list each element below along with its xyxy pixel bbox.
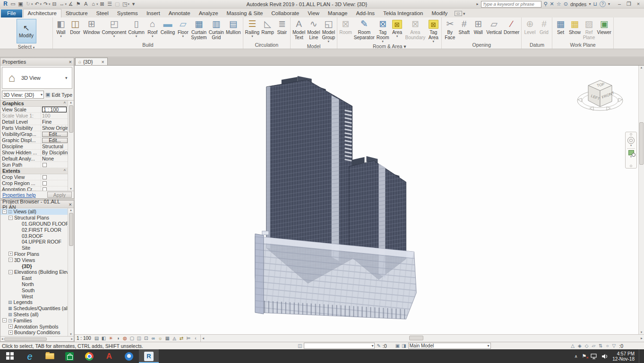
viewer-button[interactable]: ▣Viewer xyxy=(596,18,612,42)
door-button[interactable]: ◫Door xyxy=(68,18,82,42)
customize-qat-icon[interactable]: ▾ xyxy=(130,0,137,8)
model-text-button[interactable]: AModelText xyxy=(292,18,306,43)
ribbon-tab-add-ins[interactable]: Add-Ins xyxy=(352,9,379,17)
railing-button[interactable]: ☰Railing▾ xyxy=(244,18,261,42)
tree-item-01-ground-floor[interactable]: 01.GROUND FLOOR xyxy=(0,221,68,227)
search-icon[interactable]: ⚲ xyxy=(544,1,548,7)
ribbon-tab-structure[interactable]: Structure xyxy=(61,9,92,17)
show-button[interactable]: ▦Show xyxy=(567,18,582,42)
tag-room-button[interactable]: ⊠TagRoom▾ xyxy=(376,18,390,43)
user-menu-arrow[interactable]: ▾ xyxy=(589,2,591,6)
panel-label-opening[interactable]: Opening xyxy=(442,42,521,49)
canvas-horizontal-scrollbar[interactable]: ◂▸ xyxy=(201,335,644,342)
action-center-flag-icon[interactable]: ⚑× xyxy=(582,353,586,359)
wall-dropdown-arrow[interactable]: ▾ xyxy=(60,35,62,38)
crop-view-checkbox[interactable] xyxy=(43,175,47,179)
by-face-button[interactable]: ✂ByFace xyxy=(443,18,457,42)
window-button[interactable]: ⊞Window xyxy=(82,18,101,42)
property-value[interactable]: Structural xyxy=(41,144,68,149)
property-value[interactable] xyxy=(41,181,68,186)
select-underlay-icon[interactable]: ◈ xyxy=(578,343,582,348)
active-workset-combo[interactable]: ▾ xyxy=(304,343,375,349)
tree-item-east[interactable]: East xyxy=(0,275,68,281)
open-icon[interactable]: ▭ xyxy=(9,0,17,8)
editable-only-icon[interactable]: ✎ xyxy=(377,343,380,348)
floor-button[interactable]: ▱Floor▾ xyxy=(176,18,190,42)
browser-hscrollbar[interactable]: ◂▸ xyxy=(0,336,74,341)
selection-filter-icon[interactable]: ▽ xyxy=(612,343,616,348)
floor-dropdown-arrow[interactable]: ▾ xyxy=(182,35,184,38)
tree-item-04-upper-roof[interactable]: 04.UPPER ROOF xyxy=(0,239,68,245)
reveal-constraints-icon[interactable]: ⊨ xyxy=(186,336,191,341)
tree-item-south[interactable]: South xyxy=(0,287,68,293)
panel-label-build[interactable]: Build xyxy=(53,42,243,49)
vertical-button[interactable]: ▱Vertical xyxy=(485,18,503,42)
property-value[interactable]: 1 : 100 xyxy=(41,107,68,112)
default-3d-view-arrow[interactable]: ▾ xyxy=(96,2,98,6)
browser-scrollbar[interactable]: ▴ ▾ xyxy=(68,208,74,336)
properties-help-link[interactable]: Properties help xyxy=(2,192,36,198)
ribbon-display-toggle[interactable]: ▭▾ xyxy=(455,11,465,17)
tree-expander[interactable]: − xyxy=(9,216,13,220)
drawing-area[interactable]: TOP LEFT FRONT ▾ ▾ xyxy=(75,66,638,334)
print-icon[interactable]: ⊟ xyxy=(51,0,58,8)
instance-selector[interactable]: 3D View: {3D} ▾ xyxy=(2,91,44,99)
component-button[interactable]: ◰Component▾ xyxy=(101,18,128,42)
minimize-button[interactable]: – xyxy=(616,1,623,7)
canvas-vertical-scrollbar[interactable]: ▴▾ xyxy=(638,66,644,334)
help-menu-arrow[interactable]: ▾ xyxy=(608,2,610,6)
user-avatar-icon[interactable]: ⊙ xyxy=(564,1,568,7)
type-selector-arrow[interactable]: ▾ xyxy=(65,76,72,80)
steering-wheel-icon[interactable] xyxy=(627,137,635,144)
railing-dropdown-arrow[interactable]: ▾ xyxy=(251,35,253,38)
view-tab-close-icon[interactable]: × xyxy=(101,59,104,65)
analytical-model-icon[interactable]: ◬ xyxy=(172,336,177,341)
properties-close-icon[interactable]: × xyxy=(69,59,72,65)
wheel-menu-arrow[interactable]: ▾ xyxy=(630,144,632,147)
component-dropdown-arrow[interactable]: ▾ xyxy=(113,35,115,38)
ramp-button[interactable]: ◺Ramp xyxy=(260,18,275,42)
crop-view-icon[interactable]: ▢ xyxy=(129,336,135,341)
ribbon-tab-systems[interactable]: Systems xyxy=(113,9,142,17)
ribbon-tab-manage[interactable]: Manage xyxy=(324,9,352,17)
taskbar-store-icon[interactable] xyxy=(60,349,79,363)
ribbon-tab-massing-site[interactable]: Massing & Site xyxy=(223,9,267,17)
reveal-hidden-icon[interactable]: ☼ xyxy=(157,336,163,341)
text-icon[interactable]: A xyxy=(82,0,89,8)
thin-lines-icon[interactable]: ☰ xyxy=(106,0,113,8)
restore-button[interactable]: ❐ xyxy=(626,1,632,7)
ribbon-tab-steel[interactable]: Steel xyxy=(92,9,113,17)
background-processes-icon[interactable]: ○ xyxy=(606,343,609,348)
wall-button[interactable]: ⊞Wall xyxy=(471,18,485,42)
taskbar-chrome-icon[interactable] xyxy=(79,349,99,363)
building-3d-model[interactable] xyxy=(75,66,638,334)
section-header-graphics[interactable]: Graphics^ xyxy=(0,101,68,107)
more-icon[interactable]: ‹ xyxy=(193,336,198,341)
favorites-icon[interactable]: ☆ xyxy=(557,1,561,7)
panel-label-circulation[interactable]: Circulation xyxy=(243,42,290,49)
view-scale-indicator[interactable]: 1 : 100 xyxy=(77,336,91,341)
property-value[interactable]: Edit... xyxy=(41,132,68,137)
sync-icon[interactable]: ↻▾ xyxy=(25,0,33,8)
undo-arrow[interactable]: ▾ xyxy=(40,2,42,6)
area-dropdown-arrow[interactable]: ▾ xyxy=(396,35,398,38)
rendering-dialog-icon[interactable]: ◍ xyxy=(122,336,128,341)
tree-item-03-roof[interactable]: 03.ROOF xyxy=(0,233,68,239)
volume-icon[interactable] xyxy=(601,354,608,359)
exchange-apps-icon[interactable]: ✕ xyxy=(550,1,554,7)
ribbon-tab-view[interactable]: View xyxy=(303,9,324,17)
tree-expander[interactable]: + xyxy=(9,330,13,335)
crop-region-icon[interactable]: ◫ xyxy=(136,336,142,341)
tree-expander[interactable]: − xyxy=(2,318,7,322)
tree-item-sheets-all[interactable]: ▧Sheets (all) xyxy=(0,312,68,318)
property-value[interactable] xyxy=(41,187,68,191)
undo-icon[interactable]: ↶▾ xyxy=(34,0,42,8)
ribbon-tab-modify[interactable]: Modify xyxy=(427,9,452,17)
ceiling-button[interactable]: ▬Ceiling xyxy=(160,18,176,42)
column-dropdown-arrow[interactable]: ▾ xyxy=(136,35,137,38)
property-value[interactable]: 100 xyxy=(41,113,68,118)
tree-item-3d-views[interactable]: −3D Views xyxy=(0,257,68,263)
ribbon-tab-insert[interactable]: Insert xyxy=(142,9,164,17)
tree-expander[interactable]: − xyxy=(9,258,13,262)
temporary-view-properties-icon[interactable]: ▦ xyxy=(164,336,170,341)
